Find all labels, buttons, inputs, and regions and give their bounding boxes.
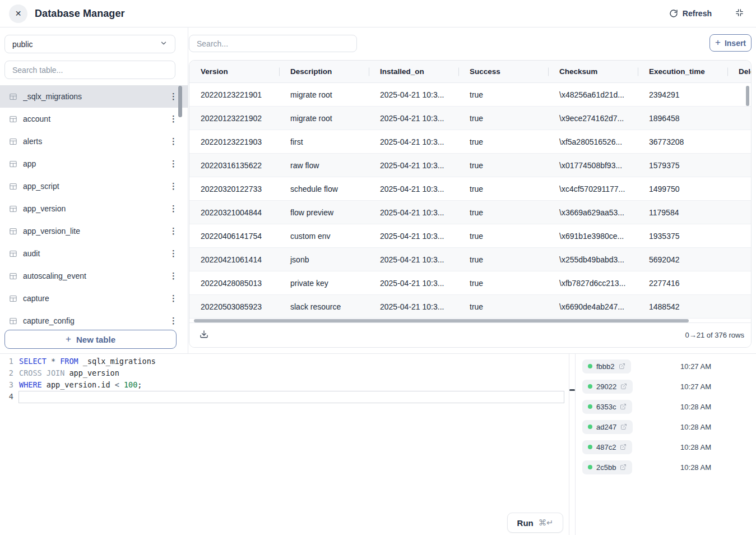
vertical-scrollbar[interactable] [746,86,749,106]
table-cell[interactable]: migrate root [279,114,369,123]
sidebar-item-account[interactable]: account⋮ [0,108,188,130]
sidebar-item-app_script[interactable]: app_script⋮ [0,175,188,197]
table-cell[interactable]: 2025-04-21 10:3... [369,185,458,193]
table-row[interactable]: 20220316135622raw flow2025-04-21 10:3...… [189,154,752,177]
external-link-icon[interactable] [620,444,627,450]
table-cell[interactable]: 36773208 [638,137,727,146]
sidebar-item-capture_config[interactable]: capture_config⋮ [0,310,188,330]
table-row[interactable]: 20220406141754custom env2025-04-21 10:3.… [189,224,752,248]
table-cell[interactable]: \x48256a61d21d... [548,90,638,99]
sidebar-item-autoscaling_event[interactable]: autoscaling_event⋮ [0,265,188,287]
table-search-input[interactable] [4,61,175,79]
table-cell[interactable]: \xfb7827d6cc213... [548,279,638,288]
column-header-installed_on[interactable]: Installed_on [369,67,458,76]
insert-row-button[interactable]: + Insert [709,34,752,52]
run-chip-487c2[interactable]: 487c2 [582,440,632,454]
table-cell[interactable]: private key [279,279,369,288]
table-cell[interactable]: 2277416 [638,279,727,288]
code-line-4[interactable]: 4 [0,391,569,403]
run-chip-ad247[interactable]: ad247 [582,420,633,434]
sidebar-item-audit[interactable]: audit⋮ [0,242,188,265]
table-cell[interactable]: \x255db49babd3... [548,255,638,264]
table-cell[interactable]: 20220123221903 [189,137,279,146]
table-cell[interactable]: 2025-04-21 10:3... [369,302,458,311]
table-cell[interactable]: 1499750 [638,185,727,193]
column-header-version[interactable]: Version [189,67,279,76]
table-cell[interactable]: 20220316135622 [189,161,279,170]
table-cell[interactable]: \x9ece274162d7... [548,114,638,123]
table-cell[interactable]: 2025-04-21 10:3... [369,114,458,123]
table-cell[interactable]: true [458,90,548,99]
sidebar-scrollbar[interactable] [178,86,182,117]
table-cell[interactable]: true [458,302,548,311]
table-cell[interactable]: 20220503085923 [189,302,279,311]
table-cell[interactable]: 20220321004844 [189,208,279,217]
table-cell[interactable]: true [458,279,548,288]
kebab-menu-icon[interactable]: ⋮ [167,316,180,326]
external-link-icon[interactable] [620,403,627,410]
table-row[interactable]: 20220421061414jsonb2025-04-21 10:3...tru… [189,248,752,271]
kebab-menu-icon[interactable]: ⋮ [167,181,180,191]
sidebar-item-app[interactable]: app⋮ [0,153,188,175]
external-link-icon[interactable] [620,423,627,430]
table-cell[interactable]: 2025-04-21 10:3... [369,279,458,288]
schema-select[interactable]: public [4,35,175,53]
table-cell[interactable]: 1579375 [638,161,727,170]
table-cell[interactable]: 5692042 [638,255,727,264]
kebab-menu-icon[interactable]: ⋮ [167,226,180,236]
table-cell[interactable]: true [458,114,548,123]
refresh-button[interactable]: Refresh [666,8,715,19]
table-cell[interactable]: 20220428085013 [189,279,279,288]
external-link-icon[interactable] [620,383,627,390]
run-chip-fbbb2[interactable]: fbbb2 [582,359,631,373]
run-query-button[interactable]: Run ⌘↵ [507,513,563,533]
table-cell[interactable]: custom env [279,232,369,241]
table-cell[interactable]: slack resource [279,302,369,311]
table-cell[interactable]: 2025-04-21 10:3... [369,232,458,241]
sql-editor[interactable]: 1SELECT * FROM _sqlx_migrations2CROSS JO… [0,354,569,535]
table-cell[interactable]: 1488542 [638,302,727,311]
code-line-1[interactable]: 1SELECT * FROM _sqlx_migrations [0,356,569,367]
table-cell[interactable]: \xf5a280516526... [548,137,638,146]
column-header-success[interactable]: Success [458,67,548,76]
sidebar-item-capture[interactable]: capture⋮ [0,287,188,310]
table-cell[interactable]: 2025-04-21 10:3... [369,161,458,170]
code-line-2[interactable]: 2CROSS JOIN app_version [0,367,569,379]
kebab-menu-icon[interactable]: ⋮ [167,204,180,214]
table-row[interactable]: 20220321004844flow preview2025-04-21 10:… [189,201,752,224]
panel-resize-divider[interactable] [569,354,576,535]
table-cell[interactable]: 20220123221902 [189,114,279,123]
external-link-icon[interactable] [620,464,627,471]
run-chip-6353c[interactable]: 6353c [582,400,632,414]
column-header-description[interactable]: Description [279,67,369,76]
code-line-3[interactable]: 3WHERE app_version.id < 100; [0,379,569,391]
table-cell[interactable]: 1896458 [638,114,727,123]
column-header-execution_time[interactable]: Execution_time [638,67,727,76]
sidebar-item-alerts[interactable]: alerts⋮ [0,130,188,153]
run-chip-29022[interactable]: 29022 [582,380,633,394]
table-cell[interactable]: 1179584 [638,208,727,217]
table-cell[interactable]: true [458,161,548,170]
table-cell[interactable]: 20220421061414 [189,255,279,264]
table-cell[interactable]: true [458,255,548,264]
table-cell[interactable]: 20220123221901 [189,90,279,99]
table-row[interactable]: 20220123221903first2025-04-21 10:3...tru… [189,130,752,154]
table-row[interactable]: 20220428085013private key2025-04-21 10:3… [189,271,752,295]
kebab-menu-icon[interactable]: ⋮ [167,271,180,281]
table-cell[interactable]: 2025-04-21 10:3... [369,255,458,264]
collapse-window-button[interactable] [732,8,747,19]
kebab-menu-icon[interactable]: ⋮ [167,293,180,303]
kebab-menu-icon[interactable]: ⋮ [167,159,180,169]
table-cell[interactable]: true [458,208,548,217]
table-cell[interactable]: first [279,137,369,146]
table-cell[interactable]: true [458,185,548,193]
table-cell[interactable]: true [458,232,548,241]
external-link-icon[interactable] [619,363,625,370]
rows-search-input[interactable] [189,35,357,52]
table-row[interactable]: 20220123221901migrate root2025-04-21 10:… [189,83,752,107]
table-cell[interactable]: schedule flow [279,185,369,193]
table-cell[interactable]: 20220320122733 [189,185,279,193]
table-row[interactable]: 20220503085923slack resource2025-04-21 1… [189,295,752,319]
new-table-button[interactable]: + New table [4,330,177,349]
column-header-checksum[interactable]: Checksum [548,67,638,76]
